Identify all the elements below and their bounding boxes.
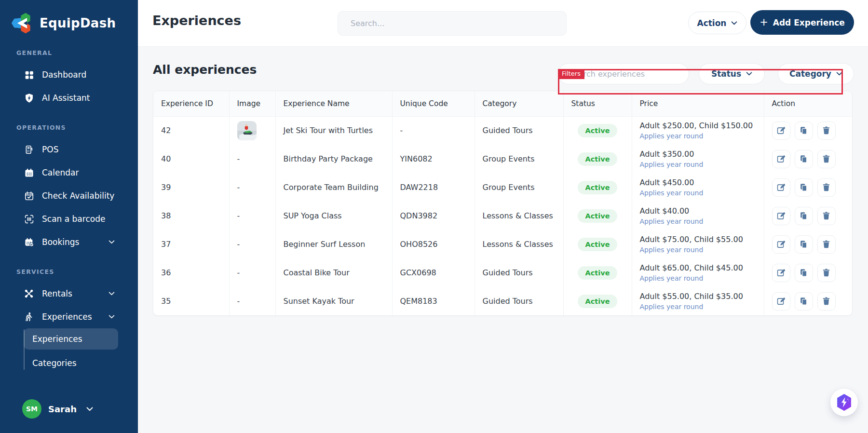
price-text: Adult $75.00, Child $55.00 [640, 235, 756, 244]
status-badge: Active [578, 209, 617, 223]
price-text: Adult $250.00, Child $150.00 [640, 121, 756, 131]
table-row: 36 - Coastal Bike Tour GCX0698 Guided To… [153, 258, 853, 287]
experiences-table-card: Experience ID Image Experience Name Uniq… [153, 91, 853, 316]
sidebar-item-calendar[interactable]: Calendar [0, 161, 138, 184]
chevron-down-icon [746, 72, 752, 76]
status-badge: Active [578, 124, 617, 137]
duplicate-button[interactable] [795, 235, 813, 254]
duplicate-button[interactable] [795, 150, 813, 168]
cell-category: Lessons & Classes [475, 230, 563, 258]
status-filter-dropdown[interactable]: Status [699, 63, 765, 84]
price-text: Adult $450.00 [640, 178, 756, 188]
table-body: 42 Jet Ski Tour with Turtles - Guided To… [153, 116, 853, 315]
cell-unique-code: YIN6082 [392, 145, 475, 173]
equipdash-logo-icon [11, 12, 34, 34]
global-search-input[interactable] [338, 11, 567, 36]
price-text: Adult $40.00 [640, 206, 756, 216]
status-badge: Active [578, 295, 617, 308]
copy-icon [799, 268, 808, 277]
edit-button[interactable] [772, 207, 790, 225]
edit-pencil-icon [776, 154, 786, 163]
dashboard-grid-icon [23, 69, 35, 81]
table-row: 38 - SUP Yoga Class QDN3982 Lessons & Cl… [153, 202, 853, 230]
edit-button[interactable] [772, 122, 790, 140]
sidebar-item-bookings[interactable]: Bookings [0, 230, 138, 254]
cell-experience-name: Sunset Kayak Tour [275, 287, 392, 315]
delete-button[interactable] [817, 207, 836, 225]
edit-button[interactable] [772, 235, 790, 254]
duplicate-button[interactable] [795, 207, 813, 225]
action-dropdown-label: Action [697, 18, 727, 28]
cell-unique-code: - [392, 116, 475, 145]
user-menu[interactable]: SM Sarah [22, 399, 93, 419]
sidebar: EquipDash GENERAL Dashboard AI Assistant… [0, 0, 138, 433]
duplicate-button[interactable] [795, 122, 813, 140]
section-label-operations: OPERATIONS [16, 124, 138, 131]
trash-icon [822, 211, 831, 220]
table-header-row: Experience ID Image Experience Name Uniq… [153, 91, 853, 116]
cell-price: Adult $75.00, Child $55.00 Applies year … [632, 230, 764, 258]
cell-image: - [229, 145, 275, 173]
sidebar-item-experiences[interactable]: Experiences [0, 305, 138, 328]
cell-price: Adult $450.00 Applies year round [632, 173, 764, 202]
filter-search-input[interactable] [558, 63, 689, 84]
edit-pencil-icon [776, 126, 786, 135]
edit-button[interactable] [772, 150, 790, 168]
cell-status: Active [563, 202, 632, 230]
delete-button[interactable] [817, 178, 836, 197]
sidebar-item-label: POS [42, 145, 58, 154]
sidebar-item-label: Dashboard [42, 70, 86, 80]
duplicate-button[interactable] [795, 292, 813, 311]
action-dropdown-button[interactable]: Action [688, 12, 746, 34]
cell-actions [764, 173, 853, 202]
cell-image: - [229, 230, 275, 258]
price-text: Adult $55.00, Child $35.00 [640, 292, 756, 301]
cell-unique-code: DAW2218 [392, 173, 475, 202]
cell-unique-code: QEM8183 [392, 287, 475, 315]
cell-unique-code: OHO8526 [392, 230, 475, 258]
sidebar-item-dashboard[interactable]: Dashboard [0, 63, 138, 86]
sidebar-subitem-experiences[interactable]: Experiences [24, 328, 118, 350]
price-note: Applies year round [640, 217, 756, 226]
delete-button[interactable] [817, 264, 836, 282]
cell-category: Guided Tours [475, 258, 563, 287]
duplicate-button[interactable] [795, 264, 813, 282]
edit-button[interactable] [772, 178, 790, 197]
delete-button[interactable] [817, 235, 836, 254]
sidebar-item-rentals[interactable]: Rentals [0, 282, 138, 305]
sidebar-item-scan-barcode[interactable]: Scan a barcode [0, 207, 138, 230]
price-note: Applies year round [640, 132, 756, 140]
cell-actions [764, 230, 853, 258]
barcode-scan-icon [23, 213, 35, 225]
cell-experience-name: Jet Ski Tour with Turtles [275, 116, 392, 145]
chevron-down-icon [86, 407, 93, 411]
brand-logo[interactable]: EquipDash [0, 12, 138, 35]
edit-pencil-icon [776, 297, 786, 306]
duplicate-button[interactable] [795, 178, 813, 197]
user-name: Sarah [48, 404, 77, 414]
sidebar-item-ai-assistant[interactable]: AI Assistant [0, 86, 138, 109]
status-badge: Active [578, 266, 617, 280]
col-header-price: Price [632, 91, 764, 116]
edit-pencil-icon [776, 240, 786, 249]
status-badge: Active [578, 152, 617, 166]
edit-button[interactable] [772, 292, 790, 311]
category-filter-label: Category [789, 69, 831, 79]
delete-button[interactable] [817, 150, 836, 168]
sidebar-item-check-availability[interactable]: Check Availability [0, 184, 138, 207]
delete-button[interactable] [817, 292, 836, 311]
cell-image [229, 116, 275, 145]
sidebar-subitem-categories[interactable]: Categories [24, 352, 119, 374]
chevron-down-icon [108, 315, 115, 319]
add-experience-button[interactable]: + Add Experience [750, 10, 854, 35]
delete-button[interactable] [817, 122, 836, 140]
cell-experience-name: Corporate Team Building [275, 173, 392, 202]
section-label-services: SERVICES [16, 268, 138, 275]
cell-experience-id: 36 [153, 258, 229, 287]
copy-icon [799, 240, 808, 249]
assistant-fab-button[interactable] [830, 389, 858, 416]
trash-icon [822, 268, 831, 277]
edit-button[interactable] [772, 264, 790, 282]
category-filter-dropdown[interactable]: Category [778, 63, 854, 84]
sidebar-item-pos[interactable]: POS [0, 138, 138, 161]
